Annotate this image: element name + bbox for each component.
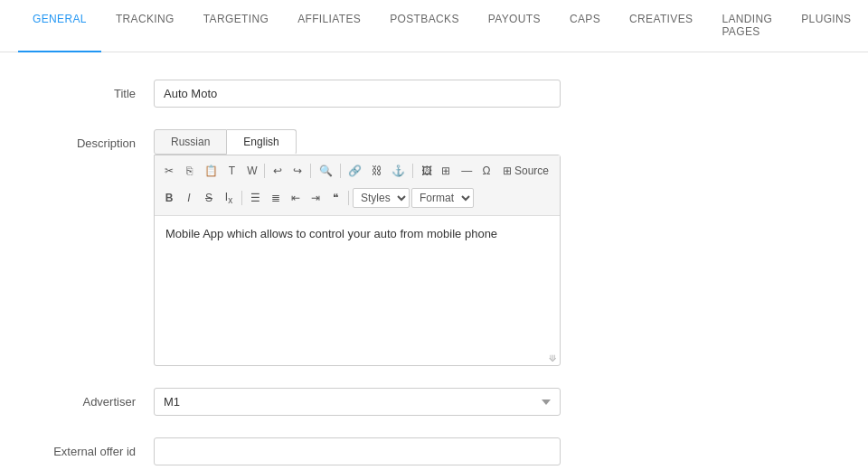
toolbar-sep-6 bbox=[348, 191, 349, 205]
editor-resize-handle[interactable]: ⟱ bbox=[155, 352, 560, 365]
toolbar-hr[interactable]: — bbox=[457, 161, 476, 182]
toolbar-sep-1 bbox=[264, 164, 265, 178]
toolbar-unlink[interactable]: ⛓ bbox=[367, 161, 386, 182]
description-row: Description Russian English ✂ ⎘ 📋 T W ↩ bbox=[36, 129, 832, 366]
external-offer-id-input[interactable] bbox=[154, 437, 561, 465]
nav-creatives[interactable]: CREATIVES bbox=[615, 0, 707, 52]
top-navigation: GENERAL TRACKING TARGETING AFFILIATES PO… bbox=[0, 0, 868, 52]
description-field-wrap: Russian English ✂ ⎘ 📋 T W ↩ ↪ bbox=[154, 129, 561, 366]
toolbar-format-select[interactable]: Format bbox=[411, 188, 474, 208]
toolbar-styles-select[interactable]: Styles bbox=[353, 188, 410, 208]
advertiser-field-wrap: M1 bbox=[154, 388, 561, 416]
nav-plugins[interactable]: PLUGINS bbox=[787, 0, 865, 52]
description-text: Mobile App which allows to control your … bbox=[165, 227, 497, 240]
toolbar-paste-word[interactable]: W bbox=[242, 161, 260, 182]
source-label: Source bbox=[514, 164, 549, 177]
toolbar-sep-2 bbox=[310, 164, 311, 178]
toolbar-bold[interactable]: B bbox=[160, 188, 178, 209]
description-tab-english[interactable]: English bbox=[227, 129, 296, 155]
toolbar-table[interactable]: ⊞ bbox=[437, 161, 455, 182]
description-editor-body[interactable]: Mobile App which allows to control your … bbox=[155, 216, 560, 352]
description-lang-tabs: Russian English bbox=[154, 129, 561, 155]
title-row: Title bbox=[36, 80, 832, 108]
description-tab-russian[interactable]: Russian bbox=[154, 129, 227, 155]
description-label: Description bbox=[36, 129, 154, 150]
editor-toolbar: ✂ ⎘ 📋 T W ↩ ↪ 🔍 🔗 ⛓ ⚓ bbox=[155, 155, 560, 216]
advertiser-select[interactable]: M1 bbox=[154, 388, 561, 416]
advertiser-row: Advertiser M1 bbox=[36, 388, 832, 416]
toolbar-subscript[interactable]: Ix bbox=[220, 187, 238, 210]
toolbar-italic[interactable]: I bbox=[180, 188, 198, 209]
toolbar-strikethrough[interactable]: S bbox=[200, 188, 218, 209]
toolbar-unordered-list[interactable]: ≣ bbox=[267, 188, 285, 209]
source-icon: ⊞ bbox=[503, 164, 512, 177]
nav-landing-pages[interactable]: LANDING PAGES bbox=[707, 0, 787, 52]
toolbar-redo[interactable]: ↪ bbox=[288, 161, 307, 182]
toolbar-image[interactable]: 🖼 bbox=[417, 161, 436, 182]
toolbar-copy[interactable]: ⎘ bbox=[180, 161, 198, 182]
main-content: Title Description Russian English ✂ ⎘ 📋 … bbox=[0, 52, 868, 470]
nav-caps[interactable]: CAPS bbox=[555, 0, 615, 52]
toolbar-sep-4 bbox=[412, 164, 413, 178]
toolbar-row-2: B I S Ix ☰ ≣ ⇤ ⇥ ❝ Styles bbox=[160, 185, 554, 212]
toolbar-anchor[interactable]: ⚓ bbox=[387, 161, 408, 182]
title-field-wrap bbox=[154, 80, 561, 108]
nav-general[interactable]: GENERAL bbox=[18, 0, 101, 52]
toolbar-source-button[interactable]: ⊞ Source bbox=[497, 162, 554, 180]
nav-postbacks[interactable]: POSTBACKS bbox=[375, 0, 474, 52]
external-offer-id-row: External offer id bbox=[36, 437, 832, 465]
toolbar-blockquote[interactable]: ❝ bbox=[326, 188, 344, 209]
title-input[interactable] bbox=[154, 80, 561, 108]
toolbar-undo[interactable]: ↩ bbox=[269, 161, 287, 182]
toolbar-outdent[interactable]: ⇤ bbox=[287, 188, 305, 209]
toolbar-ordered-list[interactable]: ☰ bbox=[246, 188, 265, 209]
description-editor: ✂ ⎘ 📋 T W ↩ ↪ 🔍 🔗 ⛓ ⚓ bbox=[154, 155, 561, 366]
toolbar-link[interactable]: 🔗 bbox=[344, 161, 364, 182]
nav-payouts[interactable]: PAYOUTS bbox=[474, 0, 555, 52]
toolbar-special-char[interactable]: Ω bbox=[477, 161, 495, 182]
external-offer-id-label: External offer id bbox=[36, 437, 154, 458]
toolbar-paste[interactable]: 📋 bbox=[200, 161, 221, 182]
nav-affiliates[interactable]: AFFILIATES bbox=[283, 0, 375, 52]
toolbar-row-1: ✂ ⎘ 📋 T W ↩ ↪ 🔍 🔗 ⛓ ⚓ bbox=[160, 159, 554, 183]
toolbar-paste-text[interactable]: T bbox=[222, 161, 241, 182]
toolbar-find[interactable]: 🔍 bbox=[315, 161, 335, 182]
title-label: Title bbox=[36, 80, 154, 100]
advertiser-label: Advertiser bbox=[36, 388, 154, 409]
nav-targeting[interactable]: TARGETING bbox=[189, 0, 283, 52]
toolbar-sep-5 bbox=[241, 191, 242, 205]
external-offer-id-field-wrap bbox=[154, 437, 561, 465]
toolbar-cut[interactable]: ✂ bbox=[160, 161, 178, 182]
nav-tracking[interactable]: TRACKING bbox=[101, 0, 189, 52]
toolbar-sep-3 bbox=[340, 164, 341, 178]
toolbar-indent[interactable]: ⇥ bbox=[307, 188, 325, 209]
